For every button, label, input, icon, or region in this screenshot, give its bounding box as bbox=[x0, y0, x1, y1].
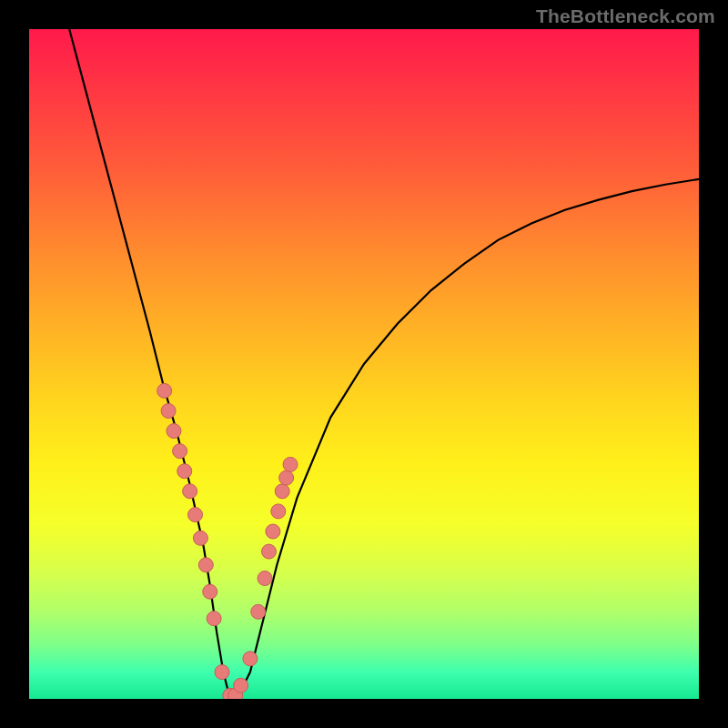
marker-point bbox=[279, 470, 294, 485]
marker-point bbox=[234, 678, 248, 693]
bottleneck-curve bbox=[69, 29, 699, 699]
plot-area bbox=[29, 29, 699, 699]
marker-point bbox=[258, 571, 272, 586]
marker-point bbox=[167, 424, 181, 439]
watermark-text: TheBottleneck.com bbox=[536, 5, 715, 27]
marker-point bbox=[261, 544, 276, 559]
marker-point bbox=[251, 604, 266, 619]
marker-point bbox=[203, 584, 217, 599]
marker-point bbox=[157, 383, 172, 398]
marker-point bbox=[161, 404, 176, 419]
marker-point bbox=[275, 484, 289, 499]
marker-point bbox=[177, 464, 192, 479]
marker-point bbox=[243, 652, 258, 666]
marker-point bbox=[198, 558, 213, 572]
marker-point bbox=[271, 504, 286, 519]
chart-svg bbox=[29, 29, 699, 699]
marker-point bbox=[207, 612, 221, 626]
marker-point bbox=[215, 665, 229, 680]
marker-point bbox=[183, 484, 197, 499]
marker-point bbox=[283, 457, 298, 471]
marker-point bbox=[266, 524, 280, 539]
marker-point bbox=[188, 508, 203, 522]
chart-frame: TheBottleneck.com bbox=[0, 0, 728, 728]
highlight-markers bbox=[157, 383, 298, 699]
marker-point bbox=[173, 444, 187, 459]
marker-point bbox=[193, 531, 207, 545]
